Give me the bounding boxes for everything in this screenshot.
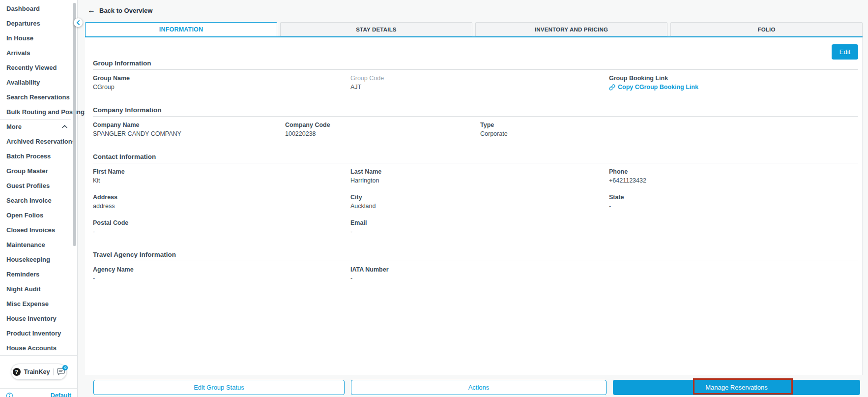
field-value: Kit [93,177,350,184]
sidebar-item-availability[interactable]: Availability [0,75,71,90]
sidebar-item-archived-reservations[interactable]: Archived Reservations [0,134,71,149]
field-company-code: Company Code 100220238 [285,122,480,137]
tab-stay-details[interactable]: STAY DETAILS [280,22,472,36]
field-label: Group Booking Link [609,75,858,82]
field-value: +6421123432 [609,177,858,184]
sidebar-nav: Dashboard Departures In House Arrivals R… [0,1,71,355]
field-iata-number: IATA Number - [350,266,609,282]
sidebar-item-housekeeping[interactable]: Housekeeping [0,252,71,267]
field-state: State - [609,194,858,210]
field-company-type: Type Corporate [480,122,858,137]
field-postal-code: Postal Code - [93,219,350,235]
sidebar-item-bulk-routing-and-postings[interactable]: Bulk Routing and Postings [0,104,71,119]
sidebar-item-recently-viewed[interactable]: Recently Viewed [0,60,71,75]
field-label: Type [480,122,858,128]
sidebar-item-label: Group Master [6,167,48,175]
sidebar-item-house-accounts[interactable]: House Accounts [0,340,71,355]
sidebar-scrollbar-thumb[interactable] [73,3,76,246]
sidebar-divider [0,355,77,356]
section-title: Group Information [93,60,858,67]
field-value: - [93,275,350,282]
section-title: Travel Agency Information [93,251,858,258]
chevron-up-icon [62,125,67,128]
field-email: Email - [350,219,609,235]
travel-agency-information-section: Travel Agency Information Agency Name - … [93,251,858,282]
section-title: Company Information [93,106,858,114]
field-agency-name: Agency Name - [93,266,350,282]
field-value: Corporate [480,130,858,137]
default-rate-selector[interactable]: Default [51,392,71,397]
sidebar-item-label: Misc Expense [6,300,49,307]
back-link-label: Back to Overview [99,7,152,14]
sidebar-item-search-invoice[interactable]: Search Invoice [0,193,71,208]
field-label: Company Name [93,122,285,128]
sidebar-collapse-button[interactable] [74,18,83,27]
sidebar-item-closed-invoices[interactable]: Closed Invoices [0,222,71,237]
field-first-name: First Name Kit [93,168,350,184]
sidebar-item-guest-profiles[interactable]: Guest Profiles [0,178,71,193]
sidebar-item-group-master[interactable]: Group Master [0,163,71,178]
feedback-chat-icon[interactable]: 0 [57,368,65,375]
section-divider [93,116,858,117]
field-group-code: Group Code AJT [350,75,609,91]
sidebar-item-label: House Inventory [6,315,57,322]
back-to-overview-link[interactable]: ← Back to Overview [87,6,152,14]
sidebar-item-batch-process[interactable]: Batch Process [0,149,71,163]
field-phone: Phone +6421123432 [609,168,858,184]
field-value: Harrington [350,177,609,184]
field-label: Group Code [350,75,609,82]
tab-information[interactable]: INFORMATION [85,22,277,36]
sidebar-item-open-folios[interactable]: Open Folios [0,208,71,222]
field-label: Group Name [93,75,350,82]
field-label: Last Name [350,168,609,175]
edit-group-status-button[interactable]: Edit Group Status [93,380,345,395]
sidebar-item-house-inventory[interactable]: House Inventory [0,311,71,326]
field-label: Phone [609,168,858,175]
sidebar-item-search-reservations[interactable]: Search Reservations [0,90,71,104]
sidebar-item-label: More [6,123,22,130]
sidebar-item-misc-expense[interactable]: Misc Expense [0,296,71,311]
field-last-name: Last Name Harrington [350,168,609,184]
link-label: Copy CGroup Booking Link [618,84,698,91]
copy-group-booking-link[interactable]: Copy CGroup Booking Link [609,84,858,91]
manage-reservations-button[interactable]: Manage Reservations [613,380,860,395]
company-information-section: Company Information Company Name SPANGLE… [93,106,858,137]
sidebar-item-departures[interactable]: Departures [0,16,71,31]
tab-folio[interactable]: FOLIO [670,22,863,36]
section-title: Contact Information [93,153,858,160]
info-icon[interactable] [6,393,13,397]
back-arrow-icon: ← [87,6,95,14]
sidebar-item-label: Availability [6,79,40,86]
sidebar-item-more[interactable]: More [0,119,71,134]
sidebar-item-reminders[interactable]: Reminders [0,267,71,281]
sidebar-item-label: In House [6,34,33,42]
field-value: CGroup [93,84,350,91]
sidebar-item-dashboard[interactable]: Dashboard [0,1,71,16]
sidebar-item-label: Maintenance [6,241,45,248]
field-label: Postal Code [93,219,350,226]
tab-inventory-and-pricing[interactable]: INVENTORY AND PRICING [475,22,667,36]
sidebar-item-label: Arrivals [6,49,30,57]
sidebar-item-label: Batch Process [6,153,51,160]
field-label: City [350,194,609,201]
information-panel: Edit Group Information Group Name CGroup… [85,37,863,375]
field-label: Address [93,194,350,201]
sidebar-item-arrivals[interactable]: Arrivals [0,45,71,60]
field-value: Auckland [350,203,609,210]
field-value: 100220238 [285,130,480,137]
sidebar-item-label: Product Inventory [6,330,61,337]
edit-button[interactable]: Edit [832,44,858,60]
field-label: First Name [93,168,350,175]
field-value: - [350,275,609,282]
trainkey-button[interactable]: ? TrainKey 0 [11,364,67,380]
sidebar-item-maintenance[interactable]: Maintenance [0,237,71,252]
tab-bar: INFORMATION STAY DETAILS INVENTORY AND P… [85,22,863,37]
sidebar-item-night-audit[interactable]: Night Audit [0,281,71,296]
actions-button[interactable]: Actions [351,380,607,395]
sidebar-item-label: Housekeeping [6,256,50,263]
sidebar-item-label: Departures [6,20,40,27]
sidebar-item-label: Dashboard [6,5,40,12]
sidebar-item-label: Search Reservations [6,93,70,101]
sidebar-item-product-inventory[interactable]: Product Inventory [0,326,71,340]
sidebar-item-in-house[interactable]: In House [0,31,71,45]
